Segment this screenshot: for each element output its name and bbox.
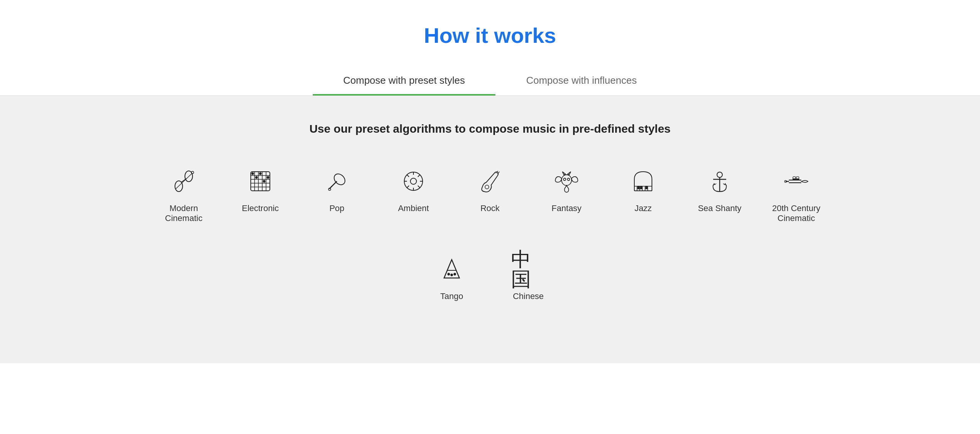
svg-line-32 (407, 186, 409, 188)
svg-line-31 (418, 175, 420, 177)
page-wrapper: How it works Compose with preset styles … (0, 0, 980, 363)
genre-item-chinese[interactable]: 中国 Chinese (490, 250, 567, 305)
genre-item-tango[interactable]: Tango (413, 250, 490, 305)
svg-point-14 (252, 173, 254, 175)
genre-label-modern-cinematic: Modern Cinematic (153, 203, 214, 223)
genre-label-sea-shanty: Sea Shanty (698, 203, 742, 213)
genre-grid-row-1: Modern Cinematic (15, 162, 965, 227)
genre-label-ambient: Ambient (398, 203, 429, 213)
trumpet-icon (781, 166, 812, 197)
svg-rect-45 (638, 186, 639, 189)
svg-rect-47 (646, 186, 647, 189)
genre-item-pop[interactable]: Pop (299, 162, 375, 217)
genre-label-jazz: Jazz (634, 203, 652, 213)
genre-item-electronic[interactable]: Electronic (222, 162, 299, 217)
genre-label-chinese: Chinese (513, 291, 544, 301)
anchor-icon (704, 166, 735, 197)
electronic-icon (245, 166, 276, 197)
tango-icon (436, 254, 467, 284)
svg-point-62 (454, 273, 456, 275)
page-title: How it works (0, 23, 980, 48)
violin-icon (168, 166, 199, 197)
svg-point-36 (564, 178, 566, 180)
guitar-icon (475, 166, 505, 197)
svg-point-24 (410, 178, 416, 184)
genre-item-sea-shanty[interactable]: Sea Shanty (681, 162, 758, 217)
genre-label-fantasy: Fantasy (552, 203, 581, 213)
genre-item-fantasy[interactable]: Fantasy (528, 162, 605, 217)
genre-label-rock: Rock (480, 203, 500, 213)
svg-point-33 (485, 185, 489, 189)
genre-grid-row-2: Tango 中国 Chinese (15, 250, 965, 305)
genre-item-modern-cinematic[interactable]: Modern Cinematic (145, 162, 222, 227)
svg-line-29 (407, 175, 409, 177)
microphone-icon (322, 166, 352, 197)
genre-label-electronic: Electronic (242, 203, 279, 213)
svg-point-60 (448, 273, 450, 275)
svg-point-18 (267, 177, 269, 179)
gear-circle-icon (398, 166, 429, 197)
genre-item-jazz[interactable]: Jazz (605, 162, 681, 217)
tab-influences[interactable]: Compose with influences (495, 67, 667, 96)
svg-line-20 (331, 181, 337, 187)
svg-point-19 (332, 172, 347, 187)
piano-arch-icon (628, 166, 658, 197)
svg-point-16 (260, 173, 261, 175)
svg-point-15 (256, 177, 258, 179)
dragon-icon (551, 166, 582, 197)
svg-rect-46 (640, 186, 642, 189)
svg-point-61 (451, 274, 453, 276)
svg-point-23 (404, 172, 423, 190)
chinese-icon: 中国 (511, 254, 546, 284)
svg-point-17 (263, 180, 265, 182)
genre-label-tango: Tango (440, 291, 463, 301)
svg-point-37 (567, 178, 570, 180)
genre-label-pop: Pop (329, 203, 344, 213)
genre-label-20th-century-cinematic: 20th Century Cinematic (766, 203, 827, 223)
genre-item-ambient[interactable]: Ambient (375, 162, 452, 217)
tabs-container: Compose with preset styles Compose with … (0, 67, 980, 96)
genre-item-rock[interactable]: Rock (452, 162, 528, 217)
svg-line-30 (418, 186, 420, 188)
tab-preset-styles[interactable]: Compose with preset styles (313, 67, 496, 96)
genre-item-20th-century-cinematic[interactable]: 20th Century Cinematic (758, 162, 835, 227)
svg-point-48 (717, 172, 722, 177)
header-section: How it works Compose with preset styles … (0, 0, 980, 96)
section-subtitle: Use our preset algorithms to compose mus… (15, 122, 965, 135)
content-section: Use our preset algorithms to compose mus… (0, 96, 980, 363)
